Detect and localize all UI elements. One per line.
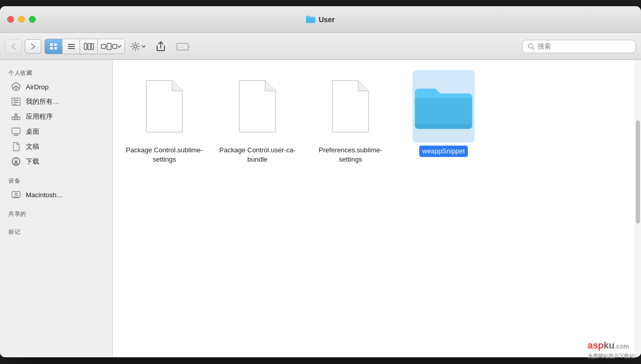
svg-rect-10: [101, 44, 105, 49]
title-text: User: [318, 15, 334, 24]
sidebar-item-downloads[interactable]: 下载: [3, 154, 109, 169]
file-icon-wrap: [319, 70, 381, 143]
svg-rect-5: [68, 46, 75, 47]
list-item[interactable]: weappSnippet: [402, 70, 485, 164]
list-item[interactable]: Package Control.sublime-settings: [123, 70, 206, 164]
document-icon: [327, 78, 374, 135]
downloads-label: 下载: [26, 157, 39, 166]
svg-rect-6: [68, 48, 75, 49]
svg-rect-8: [88, 43, 90, 50]
watermark: aspku.com 免费网站照片下载站!: [588, 340, 636, 360]
tag-button[interactable]: [174, 38, 193, 55]
svg-rect-19: [13, 100, 19, 101]
file-name: weappSnippet: [419, 146, 468, 157]
scrollbar-thumb[interactable]: [636, 120, 640, 224]
watermark-sub: 免费网站照片下载站!: [588, 353, 636, 359]
sidebar-item-allfiles[interactable]: 我的所有…: [3, 94, 109, 109]
traffic-lights: [7, 16, 36, 23]
downloads-icon: [11, 157, 21, 166]
folder-icon: [306, 15, 315, 23]
close-button[interactable]: [7, 16, 14, 23]
folder-icon-wrap: [413, 70, 475, 143]
forward-button[interactable]: [25, 39, 41, 54]
document-icon: [141, 78, 188, 135]
sidebar-item-macintosh[interactable]: Macintosh…: [3, 187, 109, 202]
coverflow-view-icon: [101, 43, 117, 50]
file-grid: Package Control.sublime-settings Package…: [113, 60, 635, 357]
list-item[interactable]: Preferences.sublime-settings: [309, 70, 392, 164]
file-name: Preferences.sublime-settings: [312, 146, 389, 164]
favorites-header: 个人收藏: [0, 65, 112, 79]
titlebar: User: [0, 6, 641, 33]
column-view-button[interactable]: [80, 39, 98, 54]
sidebar-item-airdrop[interactable]: AirDrop: [3, 80, 109, 94]
scrollbar[interactable]: [635, 60, 641, 357]
svg-rect-3: [54, 47, 57, 50]
icon-view-icon: [50, 43, 58, 50]
macintosh-label: Macintosh…: [26, 191, 63, 199]
icon-view-button[interactable]: [45, 39, 63, 54]
svg-rect-20: [13, 102, 19, 103]
sidebar-item-documents[interactable]: 文稿: [3, 139, 109, 154]
folder-icon: [413, 78, 475, 135]
window-title: User: [306, 15, 334, 24]
svg-point-28: [15, 193, 18, 196]
airdrop-icon: [11, 82, 21, 91]
finder-window: User: [0, 6, 641, 357]
search-input[interactable]: [538, 42, 630, 50]
svg-point-15: [528, 44, 532, 48]
svg-point-17: [16, 88, 17, 90]
minimize-button[interactable]: [18, 16, 25, 23]
file-icon-wrap: [133, 70, 195, 143]
gear-icon: [130, 41, 141, 52]
svg-point-13: [134, 45, 137, 48]
svg-rect-27: [12, 192, 20, 197]
svg-rect-9: [91, 43, 94, 50]
airdrop-label: AirDrop: [26, 83, 49, 91]
search-box[interactable]: [522, 40, 636, 53]
toolbar: [0, 33, 641, 60]
file-icon-wrap: [226, 70, 288, 143]
search-icon: [528, 43, 535, 50]
dropdown-arrow-icon: [117, 45, 121, 48]
macintosh-icon: [11, 190, 21, 199]
svg-rect-4: [68, 44, 75, 45]
maximize-button[interactable]: [29, 16, 36, 23]
document-icon: [234, 78, 281, 135]
content-area: 个人收藏 AirDrop: [0, 60, 641, 357]
svg-rect-11: [107, 43, 111, 50]
coverflow-view-button[interactable]: [98, 39, 125, 54]
svg-rect-14: [177, 43, 188, 50]
svg-rect-7: [84, 43, 87, 50]
devices-header: 设备: [0, 173, 112, 187]
list-view-icon: [67, 43, 75, 50]
desktop-label: 桌面: [26, 127, 39, 136]
brand-tld: .com: [615, 343, 629, 350]
back-button[interactable]: [5, 39, 22, 54]
sidebar-item-desktop[interactable]: 桌面: [3, 124, 109, 139]
svg-rect-12: [113, 44, 117, 49]
list-item[interactable]: Package Control.user-ca-bundle: [216, 70, 299, 164]
settings-button[interactable]: [128, 38, 148, 55]
list-view-button[interactable]: [63, 39, 80, 54]
share-button[interactable]: [151, 38, 171, 55]
allfiles-icon: [11, 97, 21, 106]
svg-rect-21: [13, 104, 17, 105]
brand-asp: asp: [588, 340, 604, 351]
forward-icon: [30, 43, 36, 50]
allfiles-label: 我的所有…: [26, 97, 59, 106]
svg-rect-0: [50, 43, 53, 46]
svg-rect-1: [54, 43, 57, 46]
gear-dropdown-icon: [142, 45, 146, 48]
brand-ku: ku: [604, 340, 615, 351]
documents-icon: [11, 142, 21, 151]
view-options: [44, 39, 125, 54]
tag-icon: [176, 41, 191, 52]
sidebar: 个人收藏 AirDrop: [0, 60, 113, 357]
share-icon: [156, 41, 166, 52]
sidebar-item-applications[interactable]: 应用程序: [3, 109, 109, 124]
svg-rect-2: [50, 47, 53, 50]
back-icon: [11, 43, 16, 50]
desktop-icon: [11, 127, 21, 136]
file-name: Package Control.user-ca-bundle: [219, 146, 296, 164]
